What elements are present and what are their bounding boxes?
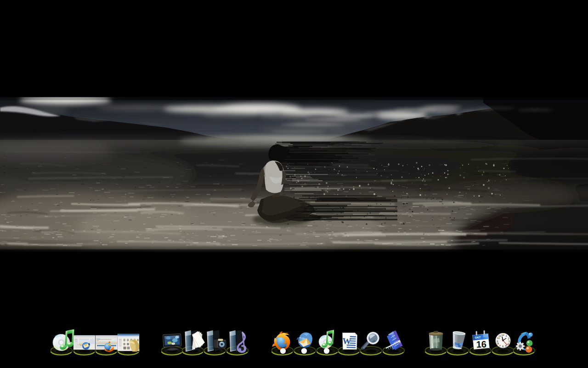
svg-text:OKT: OKT xyxy=(475,336,481,339)
svg-text:11: 11 xyxy=(498,334,502,337)
svg-text:16: 16 xyxy=(476,339,486,350)
svg-text:W: W xyxy=(342,336,351,346)
svg-text:12: 12 xyxy=(501,334,504,336)
svg-text:10: 10 xyxy=(497,337,500,339)
